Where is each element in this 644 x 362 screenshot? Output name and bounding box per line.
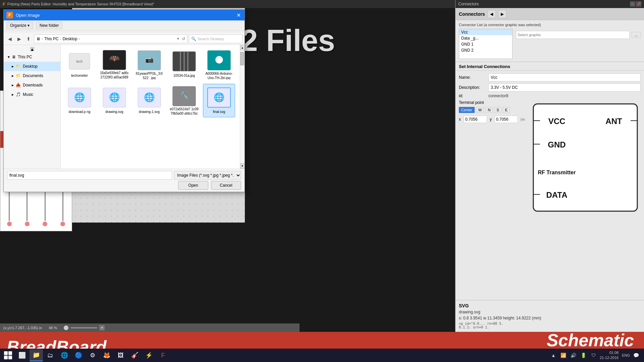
forward-button[interactable]: ▶ [15, 35, 23, 43]
file-thumb-final: 🌐 [207, 86, 231, 109]
taskbar-files-btn[interactable]: 🗂 [44, 349, 57, 361]
taskbar-firefox-btn[interactable]: 🦊 [100, 349, 113, 361]
file-item-batman[interactable]: 🦇 16a5e939eb7 ad6c27229f3 a65ac68955.j p… [98, 48, 130, 81]
expand-icon-desktop: ▸ [12, 64, 14, 69]
breadcrumb-sep2: › [60, 37, 61, 41]
file-name-arduino: A000066-Arduino-Uno-TH-2tri.jpg [205, 71, 233, 79]
app-title: Fritzing (New) Parts Editor: Humidity an… [7, 2, 154, 6]
file-item-10534[interactable]: 10534-01a.jpg [168, 48, 200, 81]
task-view-btn[interactable]: ⬜ [15, 349, 29, 361]
panel-expand-btn[interactable]: ⬡ [630, 1, 635, 7]
refresh-button[interactable]: ↺ [182, 37, 185, 41]
dialog-close-button[interactable]: ✕ [235, 12, 242, 18]
panel-pin-btn[interactable]: 📌 [636, 1, 641, 7]
taskbar-music-btn[interactable]: 🎸 [128, 349, 142, 361]
dialog-bottom: Image Files (*.svg *.jpg *.jpeg *. Open … [4, 169, 245, 192]
connectors-next-btn[interactable]: ▶ [498, 10, 506, 18]
start-button[interactable] [1, 349, 15, 361]
back-button[interactable]: ◀ [6, 35, 14, 43]
rf-pin-dot-gnd [7, 222, 12, 226]
cancel-button[interactable]: Cancel [211, 181, 241, 190]
taskbar-settings-btn[interactable]: ⚙ [86, 349, 99, 361]
search-icon: 🔍 [191, 37, 196, 41]
file-item-techometer[interactable]: tech techometer [63, 48, 96, 81]
coord-input-y[interactable] [494, 116, 518, 123]
file-thumb-drawing1: 🌐 [137, 86, 161, 109]
connectors-prev-btn[interactable]: ◀ [488, 10, 496, 18]
tray-volume[interactable]: 🔊 [570, 349, 578, 361]
coord-input-x[interactable] [464, 116, 487, 123]
form-row-desc: Description: [459, 83, 641, 92]
filename-input[interactable] [7, 171, 172, 180]
form-input-name[interactable] [488, 73, 641, 81]
sidebar-item-music[interactable]: ▸ 🎵 Music [4, 90, 60, 99]
filetype-select[interactable]: Image Files (*.svg *.jpg *.jpeg *. [174, 171, 241, 180]
svg-text:tech: tech [76, 60, 83, 63]
file-item-download[interactable]: 🌐 download.p ng [63, 84, 96, 117]
breadcrumb-bar[interactable]: 🖥 › This PC › Desktop › ▾ ↺ [34, 35, 187, 43]
file-item-arduino[interactable]: ⬤ A000066-Arduino-Uno-TH-2tri.jpg [203, 48, 235, 81]
sidebar-item-documents[interactable]: ▸ 📁 Documents [4, 71, 60, 80]
clock-date: 21-12-2016 [600, 355, 619, 360]
file-name-drawing1: drawing-1.svg [139, 110, 160, 114]
select-graphic-input[interactable] [516, 31, 630, 39]
taskbar-fritzing-btn[interactable]: F [156, 349, 170, 361]
search-box[interactable]: 🔍 Search Desktop [189, 35, 243, 43]
sidebar-item-downloads[interactable]: ▸ 📥 Downloads [4, 80, 60, 90]
terminal-btn-e[interactable]: E [503, 107, 510, 113]
breadcrumb-expand[interactable]: ▾ [177, 37, 179, 41]
taskbar-store-btn[interactable]: 🔵 [72, 349, 85, 361]
tray-arrow[interactable]: ▲ [549, 349, 557, 361]
open-button[interactable]: Open [178, 181, 208, 190]
svg-text:🌐: 🌐 [109, 92, 120, 103]
file-item-drawing1[interactable]: 🌐 drawing-1.svg [133, 84, 165, 117]
scroll-thumb[interactable] [240, 52, 244, 65]
scroll-up-btn[interactable]: ▲ [240, 45, 245, 50]
file-item-e072[interactable]: 🔧 e072a5516d7 1c0979b5a00 afdcc7bc499 f4… [168, 84, 200, 117]
terminal-btn-w[interactable]: W [476, 107, 484, 113]
taskbar-arduino-btn[interactable]: ⚡ [142, 349, 156, 361]
file-item-final[interactable]: 🌐 final.svg [203, 84, 235, 117]
sidebar-label-downloads: Downloads [23, 83, 43, 87]
dialog-sidebar: ▲ ▾ 🖥 This PC ▸ 📁 Desktop ▸ 📁 Documents … [4, 45, 61, 169]
file-thumb-10534 [172, 50, 196, 73]
file-name-e072: e072a5516d7 1c0979b5a00 afdcc7bc499 f41e… [170, 107, 199, 116]
zoom-in-btn[interactable]: + [99, 325, 105, 330]
zoom-track[interactable] [70, 327, 97, 328]
taskbar-photos-btn[interactable]: 🖼 [114, 349, 127, 361]
up-button[interactable]: ⬆ [24, 35, 33, 43]
taskbar-explorer-btn[interactable]: 📁 [30, 349, 43, 361]
sidebar-scroll-up[interactable]: ▲ [30, 47, 34, 51]
taskbar-clock[interactable]: 01:08 21-12-2016 [600, 350, 619, 361]
tray-battery[interactable]: 🔋 [580, 349, 588, 361]
connector-list-item-gnd1[interactable]: GND 1 [459, 41, 512, 47]
breadcrumb-sep3: › [79, 37, 80, 41]
connector-list[interactable]: Vcc Data _g... GND 1 GND 2 [459, 29, 513, 59]
select-graphic-btn[interactable]: ... [632, 32, 641, 38]
tray-notification[interactable]: 💬 [632, 349, 640, 361]
taskbar-ie-btn[interactable]: 🌐 [58, 349, 71, 361]
scroll-track[interactable] [240, 50, 245, 163]
terminal-btn-s[interactable]: S [494, 107, 501, 113]
select-graphic-row: ... [516, 31, 641, 39]
file-item-drawing[interactable]: 🌐 drawing.svg [98, 84, 130, 117]
terminal-btn-n[interactable]: N [485, 107, 493, 113]
new-folder-button[interactable]: New folder [36, 22, 62, 29]
file-item-81y[interactable]: 📷 81ywaoPPI3L_SX522_.jpg [133, 48, 165, 81]
sidebar-item-thispc[interactable]: ▾ 🖥 This PC [4, 52, 60, 62]
coord-label-x: x [459, 117, 461, 122]
connector-list-item-vcc[interactable]: Vcc [459, 29, 512, 35]
connector-list-item-gnd2[interactable]: GND 2 [459, 47, 512, 53]
scroll-down-btn[interactable]: ▼ [240, 163, 245, 169]
organize-button[interactable]: Organize ▾ [6, 22, 33, 29]
sidebar-label-documents: Documents [23, 73, 43, 78]
sidebar-item-desktop[interactable]: ▸ 📁 Desktop [4, 62, 60, 71]
rf-pin-dot-vcc [43, 222, 47, 226]
connectors-list-area: Vcc Data _g... GND 1 GND 2 ... [459, 29, 641, 59]
form-input-desc[interactable] [488, 83, 641, 92]
connector-list-item-data[interactable]: Data _g... [459, 35, 512, 41]
tray-network[interactable]: 📶 [559, 349, 568, 361]
terminal-btn-center[interactable]: Center [459, 107, 475, 113]
schematic-diagram-svg: VCC GND RF Transmitter DATA ANT [530, 101, 641, 215]
tray-security[interactable]: 🛡 [590, 349, 598, 361]
